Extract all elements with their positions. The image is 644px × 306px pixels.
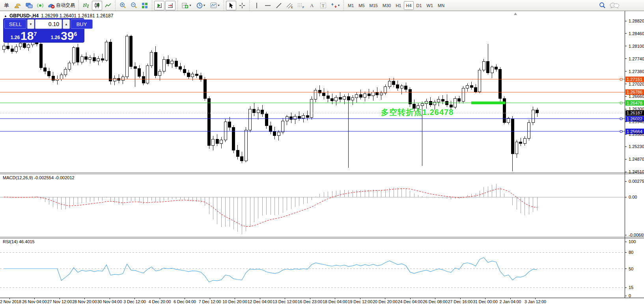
collapse-icon[interactable]: ▲ — [4, 14, 7, 18]
text-label-button[interactable]: T — [318, 1, 328, 10]
autoscroll-button[interactable] — [154, 1, 164, 10]
chart-symbol: GBPUSD-,H4 — [9, 13, 39, 19]
chart-shift-button[interactable] — [165, 1, 175, 10]
candle — [335, 97, 338, 101]
periods-dropdown-arrow: ▾ — [203, 4, 205, 7]
candle — [405, 86, 407, 90]
pivot-zone-highlight[interactable] — [471, 101, 505, 104]
svg-text:A: A — [310, 2, 314, 8]
autotrading-button[interactable]: 自动交易 — [46, 1, 77, 10]
volume-input[interactable] — [35, 19, 62, 29]
horizontal-line-button[interactable] — [263, 1, 273, 10]
rsi-value: 46.4015 — [19, 239, 35, 244]
candle — [60, 75, 63, 79]
gold-icon — [15, 2, 22, 9]
fibonacci-button[interactable]: F — [296, 1, 306, 10]
time-label: 20 Dec 20:00 — [373, 299, 398, 304]
text-button[interactable]: A — [307, 1, 317, 10]
candle — [249, 109, 252, 130]
time-label: 2 Jan 04:00 — [500, 299, 521, 304]
timeframe-d1-button[interactable]: D1 — [414, 1, 424, 10]
zoom-out-button[interactable] — [129, 1, 139, 10]
sell-price[interactable]: 1.26 18 7 — [4, 30, 43, 41]
arrows-button[interactable]: ▾ — [329, 1, 342, 10]
candle — [425, 101, 428, 103]
candle — [487, 62, 489, 73]
templates-button[interactable]: ▾ — [208, 1, 222, 10]
line-handle[interactable] — [620, 78, 622, 80]
time-label: 16 Dec 23:00 — [298, 299, 323, 304]
price-tick-label: 1.25580 — [629, 132, 644, 137]
signals-button[interactable] — [35, 1, 45, 10]
candle — [23, 43, 26, 48]
timeframe-m15-button[interactable]: M15 — [368, 1, 380, 10]
line-chart-button[interactable] — [103, 1, 113, 10]
candle — [101, 59, 104, 60]
trendline-button[interactable] — [274, 1, 284, 10]
candlestick-chart-button[interactable] — [92, 1, 102, 10]
clock-icon — [196, 2, 203, 9]
terminals-button[interactable] — [24, 1, 34, 10]
toolbar-group-drawings: E F A T ▾ — [249, 0, 343, 11]
macd-label: MACD(12,26,9) -0.002554 -0.002012 — [3, 175, 75, 180]
rsi-name: RSI(14) — [3, 239, 18, 244]
candle — [77, 47, 79, 62]
bar-chart-button[interactable] — [81, 1, 91, 10]
zoom-in-button[interactable] — [118, 1, 128, 10]
candle — [310, 99, 313, 118]
chat-button[interactable] — [608, 1, 621, 10]
timeframe-mn-button[interactable]: MN — [436, 1, 446, 10]
candle — [48, 71, 50, 76]
candle — [446, 101, 448, 105]
timeframe-m5-button[interactable]: M5 — [357, 1, 366, 10]
candle — [19, 43, 22, 47]
timeframe-w1-button[interactable]: W1 — [425, 1, 435, 10]
time-label: 26 Dec 08:00 — [423, 299, 448, 304]
chart-ohlc-values: 1.26299 1.26401 1.26181 1.26187 — [41, 13, 114, 19]
vertical-line-button[interactable] — [252, 1, 262, 10]
candle — [368, 94, 370, 96]
chart-area[interactable]: 1.271511.267861.264781.260221.256641.261… — [0, 0, 644, 306]
line-handle[interactable] — [620, 118, 622, 120]
volume-decrease-button[interactable]: ▼ — [27, 19, 34, 29]
candle — [392, 81, 395, 84]
timeframe-m30-button[interactable]: M30 — [381, 1, 393, 10]
candle — [437, 99, 440, 102]
line-handle[interactable] — [620, 102, 622, 104]
candle — [142, 76, 145, 83]
volume-increase-button[interactable]: ▲ — [63, 19, 70, 29]
price-tick-label: 1.28820 — [629, 19, 644, 23]
candle — [269, 126, 272, 131]
zoom-in-icon — [119, 2, 126, 9]
autotrading-icon — [48, 2, 55, 9]
candle — [27, 45, 30, 47]
macd-axis-label: 0.00 — [629, 195, 637, 199]
crosshair-button[interactable] — [237, 1, 247, 10]
line-handle[interactable] — [620, 130, 622, 132]
buy-button[interactable]: BUY — [71, 19, 93, 29]
funds-button[interactable] — [13, 1, 23, 10]
time-label: 19 Dec 12:00 — [348, 299, 373, 304]
candle — [89, 57, 91, 59]
new-order-button[interactable]: 单 — [2, 1, 12, 10]
candle — [364, 94, 366, 97]
equidistant-channel-button[interactable]: E — [285, 1, 295, 10]
periods-button[interactable]: ▾ — [194, 1, 207, 10]
svg-text:T: T — [322, 3, 325, 8]
timeframe-h4-button[interactable]: H4 — [404, 1, 413, 10]
search-button[interactable] — [597, 1, 607, 10]
candle — [253, 109, 256, 113]
toolbar-group-timeframes: M1M5M15M30H1H4D1W1MN — [343, 0, 448, 11]
indicators-button[interactable]: ▾ — [180, 1, 193, 10]
candle — [109, 42, 112, 81]
time-label: 28 Nov 20:00 — [72, 299, 97, 304]
price-tag-label: 1.26478 — [627, 101, 642, 105]
buy-price[interactable]: 1.26 39 6 — [45, 30, 83, 41]
sell-button[interactable]: SELL — [4, 19, 26, 29]
timeframe-h1-button[interactable]: H1 — [394, 1, 403, 10]
candle — [126, 36, 129, 77]
timeframe-m1-button[interactable]: M1 — [346, 1, 356, 10]
tile-windows-button[interactable] — [140, 1, 150, 10]
cursor-button[interactable] — [226, 1, 236, 10]
line-chart-icon — [105, 2, 111, 9]
